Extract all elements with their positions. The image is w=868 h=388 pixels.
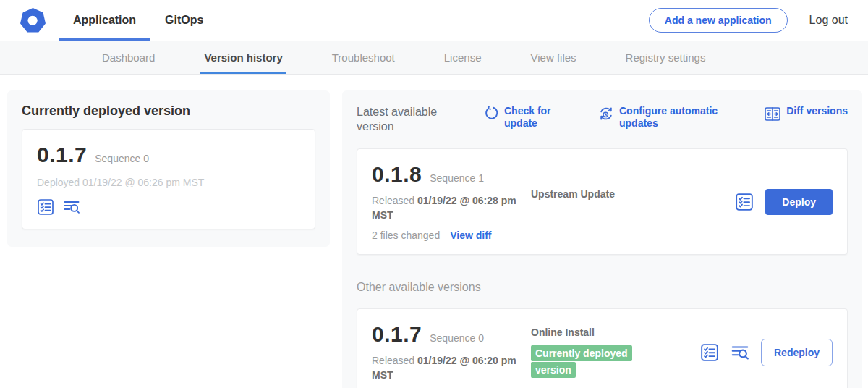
latest-version-source: Upstream Update	[531, 162, 676, 241]
other-version-source: Online Install	[531, 326, 676, 338]
subnav-item-view-files[interactable]: View files	[527, 41, 579, 74]
nav-tab-gitops[interactable]: GitOps	[150, 0, 218, 41]
redeploy-button[interactable]: Redeploy	[761, 339, 833, 366]
deploy-button[interactable]: Deploy	[765, 189, 833, 215]
currently-deployed-title: Currently deployed version	[22, 104, 315, 119]
latest-version-row: 0.1.8 Sequence 1 Released 01/19/22 @ 06:…	[357, 148, 848, 255]
deployed-version-card: 0.1.7 Sequence 0 Deployed 01/19/22 @ 06:…	[22, 129, 315, 229]
other-version-released: Released 01/19/22 @ 06:20 pm MST	[372, 354, 521, 382]
currently-deployed-badge: Currently deployed version	[531, 345, 632, 377]
subnav-item-version-history[interactable]: Version history	[200, 41, 286, 74]
subnav-item-registry-settings[interactable]: Registry settings	[622, 41, 710, 74]
deployed-version-number: 0.1.7	[37, 143, 87, 167]
subnav-item-license[interactable]: License	[441, 41, 485, 74]
latest-version-info: 0.1.8 Sequence 1 Released 01/19/22 @ 06:…	[372, 162, 522, 241]
latest-version-released: Released 01/19/22 @ 06:28 pm MST	[372, 194, 521, 222]
diff-versions-label: Diff versions	[786, 105, 848, 117]
subnav-item-dashboard[interactable]: Dashboard	[98, 41, 158, 74]
deployed-timestamp: Deployed 01/19/22 @ 06:26 pm MST	[37, 177, 300, 188]
latest-available-title: Latest available version	[357, 105, 452, 134]
configure-automatic-updates-label: Configure automatic updates	[619, 105, 720, 129]
diff-versions-icon	[764, 106, 781, 123]
preflight-checks-icon[interactable]	[735, 193, 754, 211]
other-version-actions: Redeploy	[700, 339, 833, 366]
kots-logo-icon	[20, 8, 46, 33]
logout-link[interactable]: Log out	[809, 0, 848, 41]
view-diff-link[interactable]: View diff	[450, 229, 491, 241]
auto-update-clock-icon	[598, 106, 614, 122]
files-changed-text: 2 files changed	[372, 229, 440, 241]
check-for-update-button[interactable]: Check for update	[484, 105, 556, 129]
add-application-button[interactable]: Add a new application	[649, 8, 788, 33]
nav-tab-application[interactable]: Application	[59, 0, 150, 41]
configure-automatic-updates-button[interactable]: Configure automatic updates	[598, 105, 720, 129]
main-content: Currently deployed version 0.1.7 Sequenc…	[0, 75, 868, 388]
topnav-spacer	[218, 0, 648, 41]
check-for-update-label: Check for update	[504, 105, 556, 129]
view-logs-icon[interactable]	[63, 198, 80, 216]
preflight-checks-icon[interactable]	[700, 343, 719, 362]
nav-tab-gitops-label: GitOps	[165, 14, 203, 27]
currently-deployed-panel: Currently deployed version 0.1.7 Sequenc…	[7, 90, 330, 247]
other-version-row: 0.1.7 Sequence 0 Released 01/19/22 @ 06:…	[357, 308, 848, 388]
other-versions-heading: Other available versions	[357, 281, 848, 294]
currently-deployed-badge-wrap: Currently deployed version	[531, 345, 641, 378]
latest-available-panel: Latest available version Check for updat…	[342, 90, 862, 388]
view-logs-icon[interactable]	[731, 343, 749, 362]
app-sub-nav: Dashboard Version history Troubleshoot L…	[0, 41, 868, 75]
refresh-icon	[484, 106, 499, 121]
app-logo[interactable]	[20, 0, 46, 41]
latest-available-header: Latest available version Check for updat…	[357, 105, 848, 134]
other-version-source-block: Online Install Currently deployed versio…	[531, 322, 676, 382]
top-nav: Application GitOps Add a new application…	[0, 0, 868, 41]
latest-version-actions: Deploy	[735, 189, 833, 215]
other-version-sequence: Sequence 0	[430, 332, 484, 344]
released-label: Released	[372, 355, 414, 366]
preflight-checks-icon[interactable]	[37, 198, 54, 216]
other-version-number: 0.1.7	[372, 322, 422, 347]
released-label: Released	[372, 195, 414, 206]
diff-versions-button[interactable]: Diff versions	[764, 105, 848, 123]
latest-version-number: 0.1.8	[372, 162, 422, 187]
subnav-item-troubleshoot[interactable]: Troubleshoot	[328, 41, 399, 74]
deployed-version-sequence: Sequence 0	[95, 153, 149, 164]
latest-version-sequence: Sequence 1	[430, 172, 484, 184]
other-version-info: 0.1.7 Sequence 0 Released 01/19/22 @ 06:…	[372, 322, 522, 382]
nav-tab-application-label: Application	[73, 14, 136, 27]
